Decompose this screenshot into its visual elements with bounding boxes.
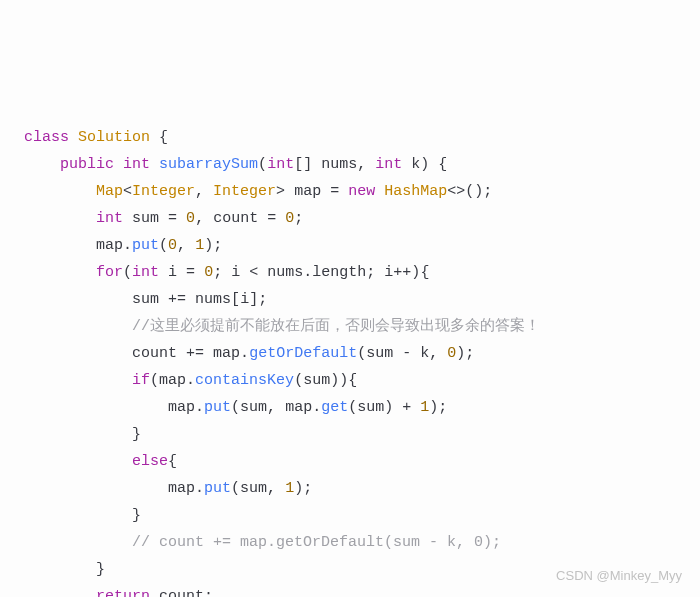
variable: map xyxy=(294,183,321,200)
semi: ; xyxy=(483,183,492,200)
brace: { xyxy=(348,372,357,389)
code-line: // count += map.getOrDefault(sum - k, 0)… xyxy=(24,529,676,556)
code-line: map.put(0, 1); xyxy=(24,232,676,259)
op: - xyxy=(402,345,411,362)
code-line: for(int i = 0; i < nums.length; i++){ xyxy=(24,259,676,286)
paren: ) xyxy=(330,372,339,389)
number: 0 xyxy=(447,345,456,362)
property: length xyxy=(312,264,366,281)
variable: count xyxy=(159,588,204,597)
paren: ( xyxy=(357,345,366,362)
class-name: HashMap xyxy=(384,183,447,200)
angle: < xyxy=(123,183,132,200)
brace: } xyxy=(132,507,141,524)
keyword: int xyxy=(267,156,294,173)
semi: ; xyxy=(465,345,474,362)
paren: ( xyxy=(294,372,303,389)
variable: nums xyxy=(267,264,303,281)
method: containsKey xyxy=(195,372,294,389)
method: getOrDefault xyxy=(249,345,357,362)
variable: map xyxy=(285,399,312,416)
diamond: <> xyxy=(447,183,465,200)
variable: map xyxy=(213,345,240,362)
brackets: [] xyxy=(294,156,312,173)
code-line: Map<Integer, Integer> map = new HashMap<… xyxy=(24,178,676,205)
paren: ( xyxy=(159,237,168,254)
dot: . xyxy=(240,345,249,362)
op: + xyxy=(402,399,411,416)
bracket: ] xyxy=(249,291,258,308)
dot: . xyxy=(312,399,321,416)
code-line: count += map.getOrDefault(sum - k, 0); xyxy=(24,340,676,367)
op: += xyxy=(186,345,204,362)
variable: i xyxy=(231,264,240,281)
number: 0 xyxy=(168,237,177,254)
variable: map xyxy=(159,372,186,389)
paren: ) xyxy=(339,372,348,389)
paren: ) xyxy=(294,480,303,497)
op: = xyxy=(168,210,177,227)
keyword: int xyxy=(375,156,402,173)
variable: count xyxy=(132,345,177,362)
dot: . xyxy=(186,372,195,389)
dot: . xyxy=(123,237,132,254)
variable: map xyxy=(168,399,195,416)
semi: ; xyxy=(258,291,267,308)
comment: // count += map.getOrDefault(sum - k, 0)… xyxy=(132,534,501,551)
paren: () xyxy=(465,183,483,200)
keyword: int xyxy=(132,264,159,281)
method: put xyxy=(204,480,231,497)
brace: { xyxy=(159,129,168,146)
variable: sum xyxy=(132,210,159,227)
variable: sum xyxy=(240,399,267,416)
keyword: return xyxy=(96,588,150,597)
brace: } xyxy=(132,426,141,443)
code-line: class Solution { xyxy=(24,124,676,151)
comma: , xyxy=(195,183,204,200)
op: < xyxy=(249,264,258,281)
semi: ; xyxy=(213,264,222,281)
comment: //这里必须提前不能放在后面，否则会导致出现多余的答案！ xyxy=(132,318,540,335)
number: 1 xyxy=(285,480,294,497)
op: = xyxy=(267,210,276,227)
code-block: class Solution { public int subarraySum(… xyxy=(24,124,676,597)
variable: map xyxy=(168,480,195,497)
variable: sum xyxy=(357,399,384,416)
brace: { xyxy=(438,156,447,173)
paren: ( xyxy=(231,399,240,416)
code-line: if(map.containsKey(sum)){ xyxy=(24,367,676,394)
variable: sum xyxy=(132,291,159,308)
semi: ; xyxy=(204,588,213,597)
keyword: int xyxy=(123,156,150,173)
paren: ( xyxy=(231,480,240,497)
class-name: Solution xyxy=(78,129,150,146)
dot: . xyxy=(195,399,204,416)
paren: ( xyxy=(348,399,357,416)
variable: nums xyxy=(195,291,231,308)
keyword: int xyxy=(96,210,123,227)
paren: ( xyxy=(258,156,267,173)
code-line: else{ xyxy=(24,448,676,475)
keyword-class: class xyxy=(24,129,69,146)
keyword: for xyxy=(96,264,123,281)
variable: sum xyxy=(303,372,330,389)
variable: map xyxy=(96,237,123,254)
paren: ( xyxy=(123,264,132,281)
brace: { xyxy=(168,453,177,470)
comma: , xyxy=(195,210,204,227)
paren: ) xyxy=(384,399,393,416)
variable: sum xyxy=(366,345,393,362)
brace: { xyxy=(420,264,429,281)
dot: . xyxy=(303,264,312,281)
class-name: Integer xyxy=(213,183,276,200)
paren: ) xyxy=(456,345,465,362)
method: put xyxy=(204,399,231,416)
op: = xyxy=(186,264,195,281)
brace: } xyxy=(96,561,105,578)
comma: , xyxy=(267,399,276,416)
semi: ; xyxy=(213,237,222,254)
watermark: CSDN @Minkey_Myy xyxy=(556,564,682,587)
method: get xyxy=(321,399,348,416)
dot: . xyxy=(195,480,204,497)
variable: sum xyxy=(240,480,267,497)
